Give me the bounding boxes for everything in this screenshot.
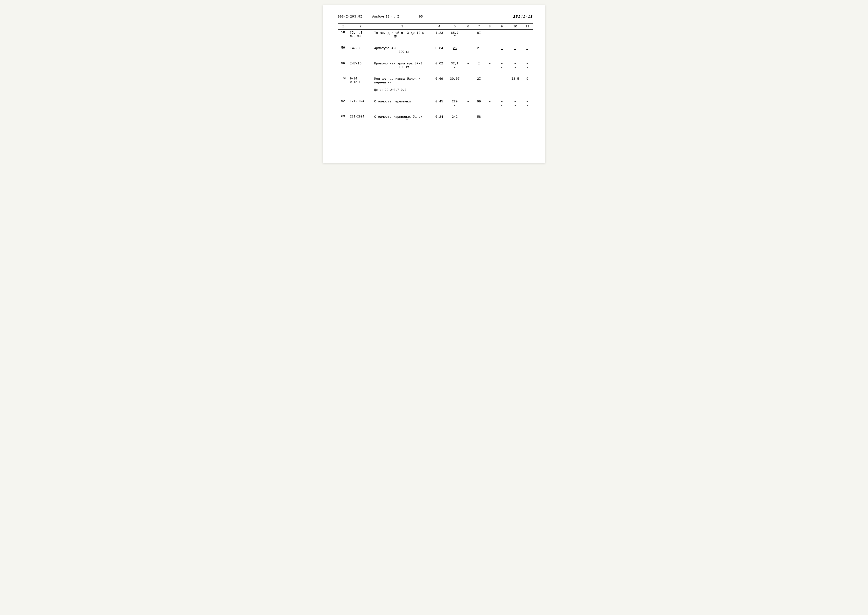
row-col9-61: –– xyxy=(495,75,508,93)
row-col8-63: – xyxy=(484,114,495,123)
data-table: I 2 3 4 5 6 7 8 9 IO II 58 ССЦ т.Iп.9-93… xyxy=(338,23,533,123)
col-header-6: 6 xyxy=(463,24,474,30)
row-col9-63: –– xyxy=(495,114,508,123)
row-col6-58: – xyxy=(463,30,474,40)
col-header-8: 8 xyxy=(484,24,495,30)
row-code-61: 9-949-I2-I xyxy=(348,75,373,93)
row-col8-59: – xyxy=(484,45,495,55)
row-num-61: · 6I xyxy=(338,75,348,93)
row-desc-59: Арматура А-3 IOO кг xyxy=(373,45,432,55)
row-col5-63: 242– xyxy=(446,114,463,123)
col-header-11: II xyxy=(522,24,533,30)
row-col7-60: I xyxy=(473,60,484,70)
row-col11-61: 9– xyxy=(522,75,533,93)
row-col11-62: –– xyxy=(522,98,533,108)
row-col7-62: 99 xyxy=(473,98,484,108)
row-col6-61: – xyxy=(463,75,474,93)
row-col5-59: 25– xyxy=(446,45,463,55)
row-num-63: 63 xyxy=(338,114,348,123)
row-col4-63: 0,24 xyxy=(432,114,446,123)
col-header-9: 9 xyxy=(495,24,508,30)
row-desc-60: Проволочная арматура ВР-I IOO кг xyxy=(373,60,432,70)
column-headers: I 2 3 4 5 6 7 8 9 IO II xyxy=(338,24,533,30)
row-col5-62: 2I9– xyxy=(446,98,463,108)
row-col10-60: –– xyxy=(509,60,522,70)
row-col5-60: 32,I– xyxy=(446,60,463,70)
row-col10-63: –– xyxy=(509,114,522,123)
row-col4-62: 0,45 xyxy=(432,98,446,108)
row-col4-58: I,23 xyxy=(432,30,446,40)
spacer xyxy=(338,39,533,45)
row-col8-60: – xyxy=(484,60,495,70)
table-row: · 6I 9-949-I2-I Монтаж карнизных балок и… xyxy=(338,75,533,93)
row-code-63: I2I-I904 xyxy=(348,114,373,123)
row-col8-62: – xyxy=(484,98,495,108)
table-row: 63 I2I-I904 Стоимость карнизных балок Т … xyxy=(338,114,533,123)
row-col9-60: –– xyxy=(495,60,508,70)
row-code-58: ССЦ т.Iп.9-93 xyxy=(348,30,373,40)
row-col7-59: 2I xyxy=(473,45,484,55)
album-info: Альбом I2 ч. I xyxy=(372,15,399,19)
row-num-59: 59 xyxy=(338,45,348,55)
row-col7-63: 58 xyxy=(473,114,484,123)
row-code-59: I47-8 xyxy=(348,45,373,55)
row-col11-59: –– xyxy=(522,45,533,55)
col-header-7: 7 xyxy=(473,24,484,30)
col-header-2: 2 xyxy=(348,24,373,30)
page: 903-I-293.9I Альбом I2 ч. I 95 25141-13 … xyxy=(323,5,545,163)
row-col8-61: – xyxy=(484,75,495,93)
row-col9-58: –– xyxy=(495,30,508,40)
row-col10-58: –– xyxy=(509,30,522,40)
col-header-5: 5 xyxy=(446,24,463,30)
col-header-10: IO xyxy=(509,24,522,30)
row-col8-58: – xyxy=(484,30,495,40)
row-col6-60: – xyxy=(463,60,474,70)
col-header-3: 3 xyxy=(373,24,432,30)
row-col7-61: 2I xyxy=(473,75,484,93)
row-code-60: I47-I6 xyxy=(348,60,373,70)
row-col11-63: –– xyxy=(522,114,533,123)
row-num-62: 62 xyxy=(338,98,348,108)
row-col4-60: 0,02 xyxy=(432,60,446,70)
doc-number: 903-I-293.9I xyxy=(338,15,362,19)
header-left: 903-I-293.9I Альбом I2 ч. I 95 xyxy=(338,15,423,19)
stamp-number: 25141-13 xyxy=(513,15,533,19)
spacer xyxy=(338,55,533,60)
row-num-60: 60 xyxy=(338,60,348,70)
spacer xyxy=(338,70,533,75)
row-col10-59: –– xyxy=(509,45,522,55)
row-desc-62: Стоимость перемычки Т xyxy=(373,98,432,108)
row-col10-62: –– xyxy=(509,98,522,108)
row-col4-61: 0,69 xyxy=(432,75,446,93)
row-num-58: 58 xyxy=(338,30,348,40)
spacer xyxy=(338,108,533,114)
row-col5-61: 30,07– xyxy=(446,75,463,93)
col-header-1: I xyxy=(338,24,348,30)
row-col11-58: –– xyxy=(522,30,533,40)
spacer xyxy=(338,93,533,98)
table-row: 62 I2I-I924 Стоимость перемычки Т 0,45 2… xyxy=(338,98,533,108)
table-row: 59 I47-8 Арматура А-3 IOO кг 0,84 25– – … xyxy=(338,45,533,55)
col-header-4: 4 xyxy=(432,24,446,30)
row-desc-58: То же, длиной от 3 до I2 м М³ xyxy=(373,30,432,40)
row-col5-58: 65,7– xyxy=(446,30,463,40)
row-col9-62: –– xyxy=(495,98,508,108)
row-desc-63: Стоимость карнизных балок Т xyxy=(373,114,432,123)
table-row: 60 I47-I6 Проволочная арматура ВР-I IOO … xyxy=(338,60,533,70)
row-col6-59: – xyxy=(463,45,474,55)
row-col11-60: –– xyxy=(522,60,533,70)
row-col9-59: –– xyxy=(495,45,508,55)
page-header: 903-I-293.9I Альбом I2 ч. I 95 25141-13 xyxy=(338,15,533,19)
row-col6-63: – xyxy=(463,114,474,123)
row-col10-61: I3,5– xyxy=(509,75,522,93)
row-col7-58: 8I xyxy=(473,30,484,40)
row-col6-62: – xyxy=(463,98,474,108)
page-number: 95 xyxy=(419,15,423,19)
table-row: 58 ССЦ т.Iп.9-93 То же, длиной от 3 до I… xyxy=(338,30,533,40)
row-desc-61: Монтаж карнизных балок и перемычки Т Цен… xyxy=(373,75,432,93)
row-col4-59: 0,84 xyxy=(432,45,446,55)
row-code-62: I2I-I924 xyxy=(348,98,373,108)
